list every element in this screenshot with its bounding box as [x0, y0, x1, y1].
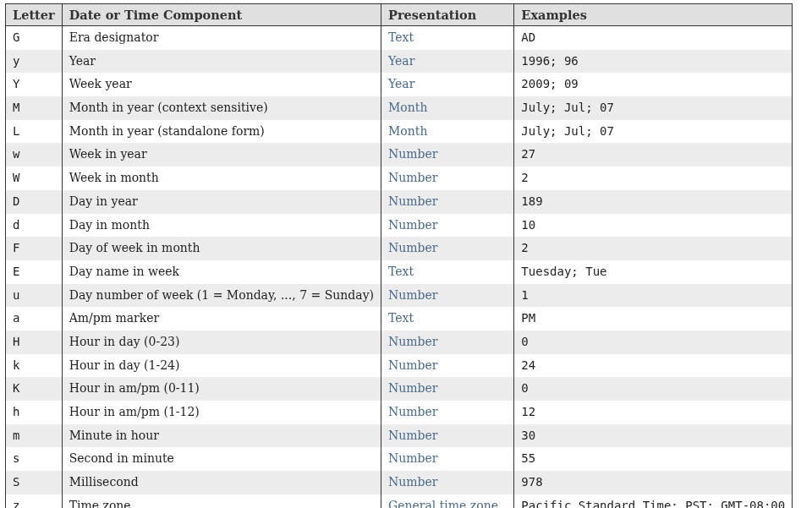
table-row: sSecond in minuteNumber55	[6, 447, 793, 471]
col-component: Date or Time Component	[62, 4, 381, 26]
cell-letter: L	[6, 120, 63, 144]
cell-examples: 2009; 09	[514, 73, 793, 96]
cell-letter: h	[6, 401, 63, 424]
cell-component: Day in year	[62, 190, 381, 214]
table-row: EDay name in weekTextTuesday; Tue	[6, 260, 793, 284]
cell-letter: G	[6, 26, 63, 50]
cell-component: Month in year (standalone form)	[62, 120, 381, 144]
cell-letter: d	[6, 214, 63, 238]
table-row: zTime zoneGeneral time zonePacific Stand…	[6, 494, 793, 508]
cell-presentation[interactable]: Number	[381, 143, 514, 167]
cell-letter: W	[6, 167, 63, 190]
cell-component: Time zone	[62, 494, 381, 508]
cell-examples: 1	[514, 284, 793, 308]
cell-examples: 0	[514, 330, 793, 354]
cell-presentation[interactable]: Text	[381, 26, 514, 50]
cell-letter: D	[6, 190, 63, 214]
presentation-link[interactable]: Month	[388, 101, 427, 114]
presentation-link[interactable]: Month	[388, 124, 427, 138]
col-presentation: Presentation	[381, 4, 514, 26]
cell-presentation[interactable]: Text	[381, 260, 514, 284]
presentation-link[interactable]: Number	[388, 147, 437, 161]
presentation-link[interactable]: Number	[388, 429, 437, 442]
cell-examples: July; Jul; 07	[514, 96, 793, 120]
cell-component: Hour in day (1-24)	[62, 354, 381, 378]
cell-presentation[interactable]: Number	[381, 471, 514, 494]
presentation-link[interactable]: Number	[388, 475, 437, 489]
table-row: SMillisecondNumber978	[6, 471, 793, 494]
cell-letter: u	[6, 284, 63, 308]
cell-presentation[interactable]: General time zone	[381, 494, 514, 508]
table-row: yYearYear1996; 96	[6, 50, 793, 74]
cell-letter: Y	[6, 73, 63, 96]
cell-presentation[interactable]: Month	[381, 120, 514, 144]
presentation-link[interactable]: Text	[388, 265, 414, 278]
cell-letter: w	[6, 143, 63, 167]
presentation-link[interactable]: Number	[388, 358, 437, 372]
cell-presentation[interactable]: Number	[381, 214, 514, 238]
table-row: mMinute in hourNumber30	[6, 424, 793, 448]
cell-component: Week year	[62, 73, 381, 96]
presentation-link[interactable]: Number	[388, 405, 437, 418]
cell-letter: E	[6, 260, 63, 284]
presentation-link[interactable]: General time zone	[388, 499, 498, 508]
cell-examples: 27	[514, 143, 793, 167]
col-examples: Examples	[514, 4, 793, 26]
presentation-link[interactable]: Number	[388, 451, 437, 465]
cell-examples: 10	[514, 214, 793, 238]
cell-letter: K	[6, 377, 63, 401]
cell-examples: Pacific Standard Time; PST; GMT-08:00	[514, 494, 793, 508]
table-row: uDay number of week (1 = Monday, ..., 7 …	[6, 284, 793, 308]
cell-examples: AD	[514, 26, 793, 50]
cell-letter: m	[6, 424, 63, 448]
presentation-link[interactable]: Number	[388, 218, 437, 232]
cell-examples: 189	[514, 190, 793, 214]
table-row: LMonth in year (standalone form)MonthJul…	[6, 120, 793, 144]
cell-letter: M	[6, 96, 63, 120]
cell-component: Day name in week	[62, 260, 381, 284]
cell-presentation[interactable]: Number	[381, 424, 514, 448]
presentation-link[interactable]: Year	[388, 77, 414, 90]
table-row: FDay of week in monthNumber2	[6, 237, 793, 260]
presentation-link[interactable]: Text	[388, 311, 414, 325]
table-row: GEra designatorTextAD	[6, 26, 793, 50]
cell-presentation[interactable]: Number	[381, 237, 514, 260]
cell-presentation[interactable]: Number	[381, 330, 514, 354]
cell-component: Second in minute	[62, 447, 381, 471]
presentation-link[interactable]: Number	[388, 381, 437, 395]
cell-letter: F	[6, 237, 63, 260]
cell-presentation[interactable]: Number	[381, 167, 514, 190]
presentation-link[interactable]: Number	[388, 241, 437, 254]
presentation-link[interactable]: Number	[388, 335, 437, 348]
presentation-link[interactable]: Number	[388, 171, 437, 184]
cell-examples: PM	[514, 307, 793, 330]
cell-examples: 55	[514, 447, 793, 471]
cell-component: Month in year (context sensitive)	[62, 96, 381, 120]
cell-presentation[interactable]: Number	[381, 377, 514, 401]
cell-presentation[interactable]: Text	[381, 307, 514, 330]
presentation-link[interactable]: Year	[388, 54, 414, 68]
cell-component: Week in month	[62, 167, 381, 190]
table-row: wWeek in yearNumber27	[6, 143, 793, 167]
cell-presentation[interactable]: Year	[381, 73, 514, 96]
cell-component: Week in year	[62, 143, 381, 167]
cell-presentation[interactable]: Number	[381, 284, 514, 308]
table-row: aAm/pm markerTextPM	[6, 307, 793, 330]
cell-presentation[interactable]: Number	[381, 447, 514, 471]
presentation-link[interactable]: Text	[388, 30, 414, 44]
cell-presentation[interactable]: Number	[381, 354, 514, 378]
cell-presentation[interactable]: Year	[381, 50, 514, 74]
cell-presentation[interactable]: Number	[381, 190, 514, 214]
cell-component: Day number of week (1 = Monday, ..., 7 =…	[62, 284, 381, 308]
table-row: YWeek yearYear2009; 09	[6, 73, 793, 96]
cell-examples: 12	[514, 401, 793, 424]
cell-presentation[interactable]: Number	[381, 401, 514, 424]
cell-letter: H	[6, 330, 63, 354]
cell-presentation[interactable]: Month	[381, 96, 514, 120]
cell-examples: 30	[514, 424, 793, 448]
presentation-link[interactable]: Number	[388, 288, 437, 302]
presentation-link[interactable]: Number	[388, 194, 437, 208]
table-row: KHour in am/pm (0-11)Number0	[6, 377, 793, 401]
cell-examples: 978	[514, 471, 793, 494]
date-format-table: Letter Date or Time Component Presentati…	[5, 3, 793, 508]
